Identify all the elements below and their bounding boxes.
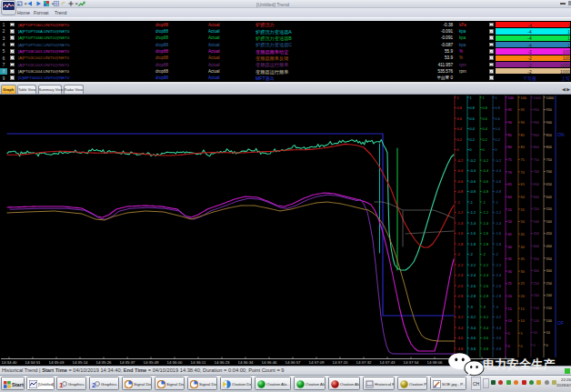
svg-text:0.6: 0.6 xyxy=(496,117,500,121)
svg-text:-0.2: -0.2 xyxy=(496,159,502,163)
svg-text:-2.6: -2.6 xyxy=(457,285,464,288)
svg-text:30: 30 xyxy=(521,270,525,274)
svg-text:300: 300 xyxy=(534,269,539,273)
svg-text:-1.2: -1.2 xyxy=(496,211,502,215)
svg-text:-0.6: -0.6 xyxy=(496,180,502,184)
svg-text:-3.2: -3.2 xyxy=(470,316,476,319)
svg-text:-2.4: -2.4 xyxy=(470,274,476,277)
svg-text:-1.2: -1.2 xyxy=(483,211,489,215)
svg-text:35: 35 xyxy=(508,257,512,261)
svg-text:10: 10 xyxy=(521,319,525,323)
svg-text:-3.8: -3.8 xyxy=(457,347,464,351)
svg-text:-1.4: -1.4 xyxy=(470,222,476,226)
svg-text:14:35:49: 14:35:49 xyxy=(143,360,159,365)
svg-text:14:36:34: 14:36:34 xyxy=(237,360,254,365)
svg-text:0.4: 0.4 xyxy=(457,127,462,131)
svg-text:-3.8: -3.8 xyxy=(483,347,489,351)
svg-text:0.4: 0.4 xyxy=(483,127,487,131)
svg-text:700: 700 xyxy=(534,170,539,174)
svg-text:20: 20 xyxy=(521,295,525,298)
svg-text:200: 200 xyxy=(534,294,539,297)
svg-text:14:36:00: 14:36:00 xyxy=(166,360,183,365)
svg-text:50: 50 xyxy=(521,220,525,224)
svg-text:ON: ON xyxy=(557,132,565,137)
svg-text:-2.2: -2.2 xyxy=(483,264,489,267)
svg-text:14:36:46: 14:36:46 xyxy=(261,360,277,365)
svg-text:450: 450 xyxy=(546,232,552,236)
svg-text:-3.4: -3.4 xyxy=(483,327,489,330)
svg-text:0: 0 xyxy=(483,148,485,152)
svg-text:-0.6: -0.6 xyxy=(470,180,476,184)
svg-text:30: 30 xyxy=(508,270,512,274)
svg-text:0.8: 0.8 xyxy=(496,106,500,110)
svg-text:-1.2: -1.2 xyxy=(470,211,476,215)
svg-text:350: 350 xyxy=(546,257,552,261)
svg-text:-3.6: -3.6 xyxy=(457,337,464,340)
svg-text:-3.8: -3.8 xyxy=(496,347,502,351)
svg-text:650: 650 xyxy=(546,183,552,186)
svg-text:14:37:20: 14:37:20 xyxy=(332,360,348,365)
svg-text:-1.6: -1.6 xyxy=(470,232,476,236)
svg-text:900: 900 xyxy=(546,121,552,125)
svg-text:-1.6: -1.6 xyxy=(483,232,489,236)
svg-text:55: 55 xyxy=(508,208,512,212)
svg-text:90: 90 xyxy=(521,121,525,125)
svg-text:0.6: 0.6 xyxy=(470,117,475,121)
svg-text:5: 5 xyxy=(508,332,510,336)
svg-text:14:34:40: 14:34:40 xyxy=(1,360,17,365)
svg-text:35: 35 xyxy=(521,257,525,261)
svg-text:14:36:11: 14:36:11 xyxy=(191,360,206,365)
svg-text:-0.6: -0.6 xyxy=(483,180,489,184)
svg-text:-1: -1 xyxy=(483,201,486,205)
svg-text:0.2: 0.2 xyxy=(457,138,462,142)
svg-text:60: 60 xyxy=(521,196,525,199)
svg-text:-3.6: -3.6 xyxy=(470,337,476,340)
svg-text:-1.4: -1.4 xyxy=(496,222,502,226)
svg-text:0.8: 0.8 xyxy=(470,106,475,110)
svg-text:40: 40 xyxy=(508,246,512,249)
svg-text:0.6: 0.6 xyxy=(457,117,462,121)
svg-text:50: 50 xyxy=(534,331,537,335)
svg-text:-3.4: -3.4 xyxy=(496,327,502,330)
svg-text:-1: -1 xyxy=(496,201,498,205)
svg-text:-1.6: -1.6 xyxy=(457,232,464,236)
svg-text:95: 95 xyxy=(508,108,512,112)
svg-text:-0.4: -0.4 xyxy=(496,169,502,173)
svg-text:-1.8: -1.8 xyxy=(496,243,502,246)
svg-text:-0.2: -0.2 xyxy=(470,159,476,163)
svg-text:75: 75 xyxy=(508,158,512,162)
svg-text:-1.8: -1.8 xyxy=(483,243,489,246)
svg-text:-0.4: -0.4 xyxy=(483,169,489,173)
svg-text:-3.8: -3.8 xyxy=(470,347,476,351)
svg-text:1: 1 xyxy=(496,96,497,100)
svg-text:1: 1 xyxy=(457,96,459,100)
svg-text:1: 1 xyxy=(470,96,472,100)
svg-text:-1.4: -1.4 xyxy=(483,222,489,226)
svg-text:14:36:57: 14:36:57 xyxy=(285,360,301,365)
svg-text:-1.8: -1.8 xyxy=(457,243,464,246)
svg-text:25: 25 xyxy=(508,282,512,286)
svg-text:-0.8: -0.8 xyxy=(496,190,502,194)
svg-text:100: 100 xyxy=(508,96,514,100)
svg-text:14:37:09: 14:37:09 xyxy=(308,360,325,365)
svg-text:0.8: 0.8 xyxy=(457,106,462,110)
svg-text:14:35:26: 14:35:26 xyxy=(95,360,112,365)
svg-text:-0.8: -0.8 xyxy=(483,190,489,194)
svg-text:5: 5 xyxy=(521,332,523,336)
svg-text:OF: OF xyxy=(557,320,564,326)
svg-text:550: 550 xyxy=(534,207,539,211)
svg-text:0.2: 0.2 xyxy=(470,138,475,142)
svg-text:-2.8: -2.8 xyxy=(457,295,464,298)
svg-text:14:35:03: 14:35:03 xyxy=(48,360,65,365)
svg-text:600: 600 xyxy=(546,196,552,199)
svg-text:45: 45 xyxy=(508,233,512,236)
svg-text:800: 800 xyxy=(534,146,539,149)
svg-text:-2.2: -2.2 xyxy=(470,264,476,267)
svg-text:150: 150 xyxy=(534,307,539,310)
svg-text:150: 150 xyxy=(546,307,552,310)
svg-text:1: 1 xyxy=(483,96,485,100)
svg-text:-2.6: -2.6 xyxy=(470,285,476,288)
svg-text:0: 0 xyxy=(546,344,548,347)
svg-text:550: 550 xyxy=(546,207,552,211)
svg-text:-1: -1 xyxy=(457,201,460,205)
